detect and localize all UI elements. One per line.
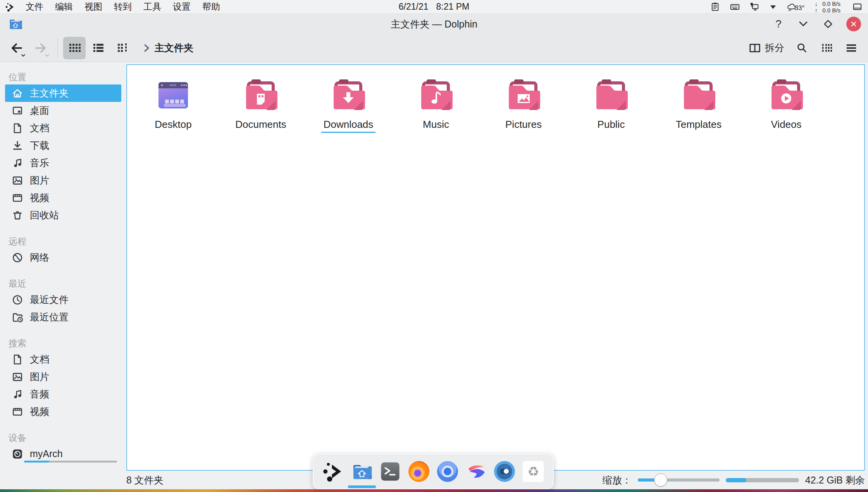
sidebar-section-title: 搜索 bbox=[0, 336, 126, 351]
folder-item-downloads[interactable]: Downloads bbox=[305, 77, 392, 133]
zoom-slider[interactable] bbox=[638, 473, 720, 487]
folder-item-documents[interactable]: Documents bbox=[217, 77, 305, 133]
sidebar-item-documents[interactable]: 文档 bbox=[5, 119, 121, 137]
sidebar-item-label: myArch bbox=[30, 448, 63, 459]
show-desktop-icon[interactable] bbox=[852, 2, 863, 12]
clipboard-icon[interactable] bbox=[710, 2, 720, 12]
sidebar-item-myarch[interactable]: myArch bbox=[5, 445, 121, 463]
menu-item-view[interactable]: 视图 bbox=[80, 0, 107, 14]
folder-pictures-icon bbox=[505, 77, 542, 114]
sidebar-item-desktop[interactable]: 桌面 bbox=[5, 102, 121, 119]
music-icon bbox=[12, 157, 23, 169]
menu-item-tools[interactable]: 工具 bbox=[139, 0, 166, 14]
forward-button[interactable] bbox=[31, 38, 50, 58]
sidebar-item-recent-files[interactable]: 最近文件 bbox=[5, 291, 121, 308]
menu-button[interactable] bbox=[841, 38, 862, 58]
view-grid-button[interactable] bbox=[63, 37, 86, 59]
folder-documents-icon bbox=[242, 77, 279, 114]
toolbar: 主文件夹 拆分 bbox=[0, 34, 868, 62]
back-button[interactable] bbox=[7, 38, 26, 58]
device-capacity-fill bbox=[24, 461, 49, 463]
top-panel: 文件编辑视图转到工具设置帮助 6/21/21 8:21 PM 33° ↓ 0.0… bbox=[0, 0, 868, 14]
sidebar-item-home[interactable]: 主文件夹 bbox=[5, 84, 121, 102]
dock-item-chromium-browser[interactable] bbox=[436, 460, 459, 483]
clock[interactable]: 6/21/21 8:21 PM bbox=[399, 2, 469, 12]
folder-item-public[interactable]: Public bbox=[567, 77, 655, 133]
menu-item-edit[interactable]: 编辑 bbox=[50, 0, 78, 14]
sidebar-item-label: 最近位置 bbox=[30, 311, 69, 323]
menu-item-help[interactable]: 帮助 bbox=[198, 0, 225, 14]
folder-item-music[interactable]: Music bbox=[392, 77, 480, 133]
maximize-button[interactable] bbox=[822, 17, 835, 31]
network-monitor-icon[interactable] bbox=[749, 2, 760, 12]
sidebar-item-videos[interactable]: 视频 bbox=[5, 189, 121, 206]
sidebar-item-label: 音频 bbox=[30, 388, 49, 401]
menu-item-settings[interactable]: 设置 bbox=[168, 0, 195, 14]
folder-item-label: Pictures bbox=[503, 119, 544, 133]
breadcrumb[interactable]: 主文件夹 bbox=[155, 41, 193, 54]
dock-item-kde-launcher[interactable] bbox=[322, 460, 344, 483]
sidebar-item-downloads[interactable]: 下载 bbox=[5, 137, 121, 154]
zoom-slider-handle[interactable] bbox=[654, 473, 667, 487]
weather-widget[interactable]: 33° bbox=[786, 2, 805, 12]
kde-launcher-icon[interactable] bbox=[5, 2, 15, 12]
window-title: 主文件夹 — Dolphin bbox=[391, 18, 477, 31]
dock-item-dolphin-file-manager[interactable] bbox=[351, 460, 373, 483]
folder-item-pictures[interactable]: Pictures bbox=[480, 77, 567, 133]
sidebar-item-label: 视频 bbox=[30, 191, 49, 204]
trash-icon bbox=[12, 210, 23, 221]
system-tray: 33° ↓ 0.0 B/s ↑ 0.0 B/s bbox=[710, 0, 863, 14]
sidebar-item-recent-locations[interactable]: 最近位置 bbox=[5, 308, 121, 326]
sidebar-item-search-images[interactable]: 图片 bbox=[5, 368, 121, 385]
dock-item-media-player[interactable] bbox=[494, 460, 516, 483]
keyboard-icon[interactable] bbox=[730, 2, 740, 12]
help-button[interactable]: ? bbox=[772, 17, 785, 31]
weather-temp: 33° bbox=[795, 4, 805, 12]
blue-folder-home-icon bbox=[351, 461, 372, 482]
folder-plain-icon bbox=[680, 77, 717, 114]
view-details-icon bbox=[116, 41, 129, 55]
dock-item-konsole-terminal[interactable] bbox=[379, 460, 402, 483]
caret-down-icon[interactable] bbox=[769, 3, 777, 11]
device-capacity-bar bbox=[24, 461, 117, 463]
toggle-app-icon bbox=[494, 461, 515, 482]
dock-item-firefox-browser[interactable] bbox=[408, 460, 430, 483]
view-list-button[interactable] bbox=[87, 37, 110, 59]
search-button[interactable] bbox=[791, 38, 812, 58]
view-list-icon bbox=[92, 41, 105, 55]
folder-item-videos[interactable]: Videos bbox=[742, 77, 830, 133]
folder-videos-icon bbox=[768, 77, 805, 114]
folder-item-templates[interactable]: Templates bbox=[655, 77, 742, 133]
sidebar-item-pictures[interactable]: 图片 bbox=[5, 172, 121, 189]
dock-item-trash[interactable]: ♻ bbox=[522, 460, 544, 483]
minimize-button[interactable] bbox=[797, 17, 810, 31]
folder-grid: Desktop Documents Downloads Music Pictur… bbox=[127, 65, 864, 133]
split-view-button[interactable]: 拆分 bbox=[746, 39, 787, 57]
dock-item-swoosh-app[interactable] bbox=[465, 460, 487, 483]
view-compact-button[interactable] bbox=[816, 38, 837, 58]
sidebar-item-music[interactable]: 音乐 bbox=[5, 154, 121, 172]
back-arrow-icon bbox=[10, 41, 23, 55]
sidebar-item-search-documents[interactable]: 文档 bbox=[5, 351, 121, 368]
zoom-label: 缩放： bbox=[603, 474, 632, 487]
close-button[interactable] bbox=[846, 17, 861, 31]
sidebar-section-3: 搜索文档图片音频视频 bbox=[0, 336, 126, 420]
clock-time: 8:21 PM bbox=[436, 2, 470, 12]
folder-item-label: Documents bbox=[233, 119, 289, 133]
view-details-button[interactable] bbox=[111, 37, 134, 59]
menu-item-file[interactable]: 文件 bbox=[21, 0, 48, 14]
sidebar-item-network[interactable]: 网络 bbox=[5, 249, 121, 266]
image-icon bbox=[12, 371, 23, 383]
sidebar-item-search-audio[interactable]: 音频 bbox=[5, 385, 121, 403]
toolbar-separator bbox=[57, 39, 58, 57]
menu-item-go[interactable]: 转到 bbox=[109, 0, 136, 14]
sidebar-item-trash[interactable]: 回收站 bbox=[5, 206, 121, 224]
network-speed-widget[interactable]: ↓ 0.0 B/s ↑ 0.0 B/s bbox=[814, 0, 840, 14]
folder-item-desktop[interactable]: Desktop bbox=[129, 77, 217, 133]
folder-view[interactable]: Desktop Documents Downloads Music Pictur… bbox=[126, 64, 865, 471]
folder-item-label: Templates bbox=[673, 119, 724, 133]
clock-date: 6/21/21 bbox=[399, 2, 429, 12]
music-icon bbox=[12, 389, 23, 400]
download-icon bbox=[12, 140, 23, 151]
sidebar-item-search-videos[interactable]: 视频 bbox=[5, 403, 121, 420]
